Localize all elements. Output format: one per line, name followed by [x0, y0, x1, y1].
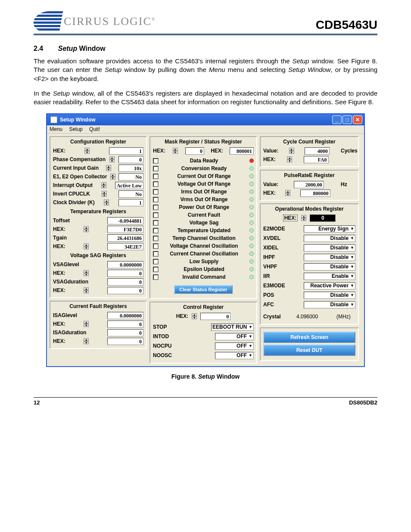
- clear-status-button[interactable]: Clear Status Register: [174, 285, 232, 294]
- current-fault-panel: Current Fault Registers ISAGlevel0.00000…: [50, 301, 147, 349]
- reg-row-input[interactable]: 0: [107, 320, 143, 328]
- mask-hex2-input[interactable]: 800001: [230, 147, 254, 155]
- spinner-icon[interactable]: ▲▼: [84, 243, 89, 249]
- spinner-icon[interactable]: ▲▼: [301, 215, 306, 221]
- opmode-row-select[interactable]: Disable▼: [304, 244, 355, 252]
- mask-checkbox[interactable]: [153, 251, 159, 257]
- spinner-icon[interactable]: ▲▼: [173, 148, 178, 154]
- spinner-icon[interactable]: ▲▼: [289, 148, 294, 154]
- cycle-value-input[interactable]: 4000: [305, 147, 330, 155]
- menu-quit[interactable]: Quit!: [89, 126, 100, 132]
- reg-row-input[interactable]: 0.0000000: [107, 261, 143, 268]
- opmode-row-select[interactable]: Disable▼: [304, 235, 355, 242]
- mask-checkbox[interactable]: [153, 205, 159, 210]
- opmode-row-select[interactable]: Enable▼: [304, 273, 355, 280]
- mask-checkbox[interactable]: [153, 174, 159, 179]
- config-row-input[interactable]: 0: [118, 156, 143, 163]
- mask-checkbox[interactable]: [153, 274, 159, 280]
- opmode-row-select[interactable]: Disable▼: [304, 292, 355, 299]
- maximize-button[interactable]: □: [342, 115, 352, 124]
- chevron-down-icon: ▼: [249, 325, 252, 329]
- menu-setup[interactable]: Setup: [69, 126, 82, 132]
- spinner-icon[interactable]: ▲▼: [101, 182, 106, 188]
- config-row-input[interactable]: 10x: [118, 165, 143, 172]
- mask-item-label: Current Channel Oscillation: [161, 251, 247, 257]
- mask-checkbox[interactable]: [153, 189, 159, 195]
- crystal-input[interactable]: 4.096000: [296, 314, 329, 320]
- spinner-icon[interactable]: ▲▼: [192, 313, 197, 319]
- opmode-row-select[interactable]: Reactive Power▼: [304, 282, 355, 289]
- control-row-select[interactable]: EEBOOT RUN▼: [211, 324, 254, 331]
- mask-item-label: Voltage Sag: [161, 220, 247, 226]
- opmode-row-select[interactable]: Disable▼: [304, 301, 355, 308]
- mask-checkbox[interactable]: [153, 158, 159, 164]
- reg-row-input[interactable]: F3E7D0: [107, 226, 143, 233]
- refresh-screen-button[interactable]: Refresh Screen: [263, 332, 355, 343]
- reg-row-input[interactable]: -0.0944881: [107, 217, 143, 224]
- control-row-select[interactable]: OFF▼: [215, 342, 254, 350]
- spinner-icon[interactable]: ▲▼: [287, 156, 292, 162]
- reg-row-input[interactable]: 0: [107, 329, 143, 336]
- mask-checkbox[interactable]: [153, 197, 159, 202]
- status-indicator-icon: [249, 275, 254, 279]
- mask-item-label: Temp Channel Oscillation: [161, 235, 247, 241]
- menu-menu[interactable]: Menu: [50, 126, 62, 132]
- chevron-down-icon: ▼: [249, 334, 252, 339]
- mask-hex1-input[interactable]: 0: [185, 147, 204, 155]
- config-hex-input[interactable]: 1: [109, 147, 143, 155]
- reg-row-input[interactable]: 0: [107, 338, 143, 345]
- spinner-icon[interactable]: ▲▼: [104, 199, 109, 205]
- control-hex-input[interactable]: 0: [200, 313, 230, 320]
- cycle-hex-input[interactable]: FA0: [304, 156, 329, 163]
- mask-checkbox[interactable]: [153, 220, 159, 226]
- config-row-input[interactable]: 1: [118, 199, 143, 206]
- opmodes-hex-input[interactable]: 0: [310, 215, 336, 222]
- spinner-icon[interactable]: ▲▼: [285, 190, 290, 196]
- spinner-icon[interactable]: ▲▼: [84, 270, 89, 276]
- opmode-row-select[interactable]: Disable▼: [304, 263, 355, 271]
- reg-row-label: VSAGduration: [53, 279, 88, 285]
- mask-checkbox[interactable]: [153, 181, 159, 187]
- reset-dut-button[interactable]: Reset DUT: [263, 345, 355, 356]
- opmode-row-select[interactable]: Energy Sign▼: [304, 225, 355, 233]
- mask-item-label: Irms Out Of Range: [161, 189, 247, 195]
- reg-row-input[interactable]: 0: [107, 278, 143, 286]
- config-row-label: Phase Compensation: [53, 156, 106, 162]
- reg-row-input[interactable]: 0.0000000: [107, 312, 143, 319]
- spinner-icon[interactable]: ▲▼: [110, 174, 115, 180]
- mask-checkbox[interactable]: [153, 212, 159, 218]
- chevron-down-icon: ▼: [249, 353, 252, 358]
- close-button[interactable]: ✕: [353, 115, 362, 124]
- window-titlebar[interactable]: Setup Window _ □ ✕: [47, 114, 364, 125]
- config-row-input[interactable]: No: [118, 190, 143, 198]
- mask-checkbox[interactable]: [153, 166, 159, 171]
- spinner-icon[interactable]: ▲▼: [84, 321, 89, 327]
- spinner-icon[interactable]: ▲▼: [84, 338, 89, 344]
- paragraph-1: The evaluation software provides access …: [34, 57, 377, 83]
- opmode-row-select[interactable]: Disable▼: [304, 254, 355, 261]
- spinner-icon[interactable]: ▲▼: [106, 165, 111, 171]
- control-row-select[interactable]: OFF▼: [215, 352, 254, 359]
- reg-row-input[interactable]: 0: [107, 270, 143, 277]
- spinner-icon[interactable]: ▲▼: [84, 287, 89, 293]
- spinner-icon[interactable]: ▲▼: [84, 148, 90, 154]
- control-row-select[interactable]: OFF▼: [215, 333, 254, 340]
- reg-row-input[interactable]: 0: [107, 287, 143, 294]
- pulse-value-input[interactable]: 2000.00: [294, 181, 324, 188]
- pulse-hex-input[interactable]: 800000: [300, 190, 330, 197]
- mask-checkbox[interactable]: [153, 236, 159, 241]
- mask-checkbox[interactable]: [153, 228, 159, 233]
- mask-checkbox[interactable]: [153, 243, 159, 249]
- mask-checkbox[interactable]: [153, 267, 159, 272]
- spinner-icon[interactable]: ▲▼: [109, 156, 115, 162]
- config-row-input[interactable]: No: [118, 173, 143, 180]
- mask-checkbox[interactable]: [153, 259, 159, 264]
- reg-row-input[interactable]: 26.4431686: [107, 234, 143, 242]
- spinner-icon[interactable]: ▲▼: [102, 191, 107, 197]
- reg-row-label: ISAGlevel: [53, 312, 77, 318]
- reg-row-input[interactable]: 34E2E7: [107, 243, 143, 250]
- spinner-icon[interactable]: ▲▼: [84, 226, 89, 232]
- config-row-input[interactable]: Active Low: [115, 182, 143, 189]
- minimize-button[interactable]: _: [332, 115, 342, 124]
- opmode-row-label: AFC: [263, 302, 289, 308]
